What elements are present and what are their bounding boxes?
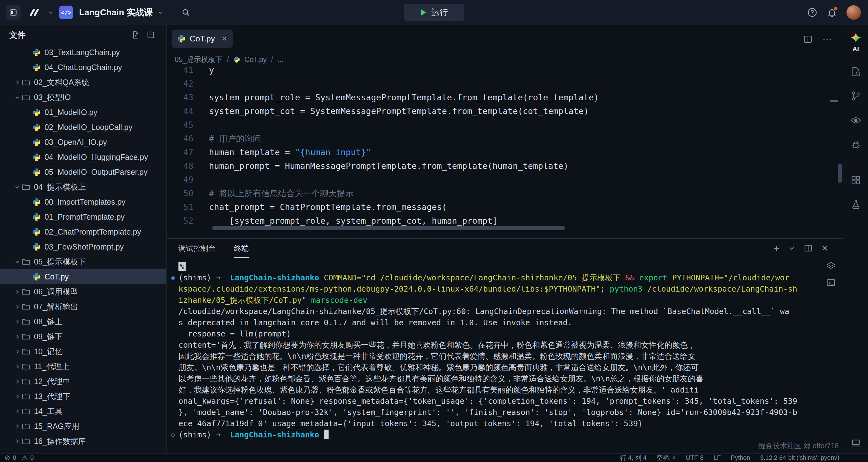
tree-folder[interactable]: 05_提示模板下: [0, 254, 166, 269]
status-item[interactable]: 3.12.2 64-bit ('shims': pyenv): [760, 454, 839, 461]
debug-bug-icon[interactable]: [850, 139, 861, 150]
tree-folder[interactable]: 13_代理下: [0, 389, 166, 404]
tree-folder[interactable]: 11_代理上: [0, 359, 166, 374]
tree-file[interactable]: 03_FewShotPrompt.py: [0, 239, 166, 254]
terminal-icon[interactable]: [826, 278, 836, 287]
avatar[interactable]: [846, 5, 861, 20]
code-line[interactable]: 41y: [166, 66, 836, 77]
breadcrumb-more[interactable]: ...: [278, 56, 283, 64]
tree-folder[interactable]: 16_操作数据库: [0, 434, 166, 449]
code-line[interactable]: 48human_prompt = HumanMessagePromptTempl…: [166, 159, 836, 173]
code-line[interactable]: 44system_prompt_cot = SystemMessagePromp…: [166, 104, 836, 118]
new-terminal-icon[interactable]: +: [773, 243, 780, 254]
folder-icon: [22, 303, 30, 311]
command-status-dot: [171, 276, 175, 280]
code-line[interactable]: 50# 将以上所有信息结合为一个聊天提示: [166, 187, 836, 200]
breadcrumb-file[interactable]: CoT.py: [245, 56, 267, 64]
ai-assistant-button[interactable]: AI: [843, 32, 868, 53]
tab-terminal[interactable]: 终端: [234, 239, 249, 258]
panel-header: 调试控制台 终端 + ✕: [166, 239, 843, 258]
tree-file[interactable]: 00_ImportTemplates.py: [0, 194, 166, 209]
tree-item-label: 03_OpenAI_IO.py: [44, 138, 107, 147]
tree-file[interactable]: 02_ModelIO_LoopCall.py: [0, 120, 166, 134]
tree-file[interactable]: 03_OpenAI_IO.py: [0, 134, 166, 150]
chevron-down-icon[interactable]: [788, 245, 795, 252]
split-editor-icon[interactable]: [803, 35, 812, 44]
tree-file[interactable]: 01_ModelIO.py: [0, 105, 166, 120]
code-line[interactable]: 52 [system_prompt_role, system_prompt_co…: [166, 214, 836, 228]
close-icon[interactable]: ✕: [221, 35, 227, 43]
remote-laptop-icon[interactable]: [843, 438, 868, 448]
collapse-folders-icon[interactable]: [146, 31, 155, 39]
layers-icon[interactable]: [826, 261, 836, 270]
tree-folder[interactable]: 15_RAG应用: [0, 419, 166, 434]
new-file-icon[interactable]: [131, 31, 140, 39]
status-right: 行 4, 列 4空格: 4UTF-8LFPython3.12.2 64-bit …: [620, 454, 868, 462]
tree-folder[interactable]: 09_链下: [0, 329, 166, 344]
tree-file[interactable]: 04_ChatLongChain.py: [0, 60, 166, 75]
code-line-content: y: [193, 66, 214, 77]
tree-file[interactable]: 01_PromptTemplate.py: [0, 209, 166, 224]
terminal-output[interactable]: %(shims) ➜ LangChain-shizhanke COMMAND="…: [166, 258, 815, 443]
code-line[interactable]: 43system_prompt_role = SystemMessageProm…: [166, 91, 836, 104]
code-line[interactable]: 51chat_prompt = ChatPromptTemplate.from_…: [166, 200, 836, 214]
preview-eye-icon[interactable]: [850, 115, 861, 126]
code-line[interactable]: 49: [166, 173, 836, 187]
app-logo-icon[interactable]: [26, 6, 43, 19]
help-icon[interactable]: [807, 7, 817, 18]
tree-file[interactable]: 03_TextLangChain.py: [0, 45, 166, 60]
chevron-down-icon: [12, 259, 22, 265]
code-editor[interactable]: 41y4243system_prompt_role = SystemMessag…: [166, 66, 836, 238]
more-actions-icon[interactable]: ⋯: [823, 34, 833, 44]
tree-folder[interactable]: 14_工具: [0, 404, 166, 419]
tree-folder[interactable]: 12_代理中: [0, 374, 166, 389]
code-line[interactable]: 42: [166, 77, 836, 91]
status-item[interactable]: 空格: 4: [656, 454, 676, 462]
status-item[interactable]: UTF-8: [686, 454, 704, 461]
tree-folder[interactable]: 08_链上: [0, 314, 166, 329]
status-item[interactable]: Python: [731, 454, 750, 461]
code-line[interactable]: 46# 用户的询问: [166, 132, 836, 146]
python-icon: [233, 56, 240, 63]
status-item[interactable]: 行 4, 列 4: [620, 454, 647, 462]
tab-debug-console[interactable]: 调试控制台: [179, 239, 216, 258]
problems-status[interactable]: 0 0: [0, 454, 34, 461]
line-number: 45: [166, 118, 193, 132]
python-icon: [32, 228, 41, 236]
tree-file[interactable]: 05_ModelIO_OutputParser.py: [0, 164, 166, 179]
tree-file[interactable]: CoT.py: [0, 269, 166, 284]
file-search-icon[interactable]: [850, 66, 861, 77]
run-button[interactable]: 运行: [404, 4, 464, 21]
code-line[interactable]: 45: [166, 118, 836, 132]
tree-folder[interactable]: 06_调用模型: [0, 284, 166, 299]
tree-folder[interactable]: 03_模型IO: [0, 90, 166, 105]
test-flask-icon[interactable]: [850, 199, 861, 210]
tree-folder[interactable]: 07_解析输出: [0, 299, 166, 314]
sidebar-toggle-button[interactable]: [6, 5, 21, 20]
code-line-content: human_prompt = HumanMessagePromptTemplat…: [193, 159, 568, 173]
split-panel-icon[interactable]: [804, 244, 812, 253]
project-name[interactable]: LangChain 实战课: [79, 6, 153, 19]
chevron-down-icon[interactable]: [158, 10, 164, 15]
search-icon[interactable]: [181, 8, 191, 17]
python-icon: [32, 108, 41, 117]
status-item[interactable]: LF: [714, 454, 721, 461]
tree-folder[interactable]: 04_提示模板上: [0, 179, 166, 194]
notifications-button[interactable]: [827, 7, 837, 18]
close-icon[interactable]: ✕: [821, 244, 828, 253]
breadcrumb-folder[interactable]: 05_提示模板下: [175, 55, 222, 64]
tree-file[interactable]: 04_ModelIO_HuggingFace.py: [0, 150, 166, 164]
folder-icon: [22, 78, 30, 87]
chevron-right-icon: [12, 394, 22, 399]
tab-cot-py[interactable]: CoT.py ✕: [172, 30, 233, 48]
vertical-scrollbar[interactable]: [838, 163, 842, 183]
chevron-down-icon[interactable]: [48, 10, 54, 15]
tree-file[interactable]: 02_ChatPromptTemplate.py: [0, 224, 166, 239]
code-line[interactable]: 47human_template = "{human_input}": [166, 146, 836, 159]
git-branch-icon[interactable]: [850, 91, 861, 101]
extensions-icon[interactable]: [850, 175, 861, 185]
tree-folder[interactable]: 10_记忆: [0, 344, 166, 359]
tree-folder[interactable]: 02_文档QA系统: [0, 75, 166, 90]
horizontal-scrollbar[interactable]: [212, 226, 565, 230]
tree-item-label: 08_链上: [34, 316, 63, 327]
